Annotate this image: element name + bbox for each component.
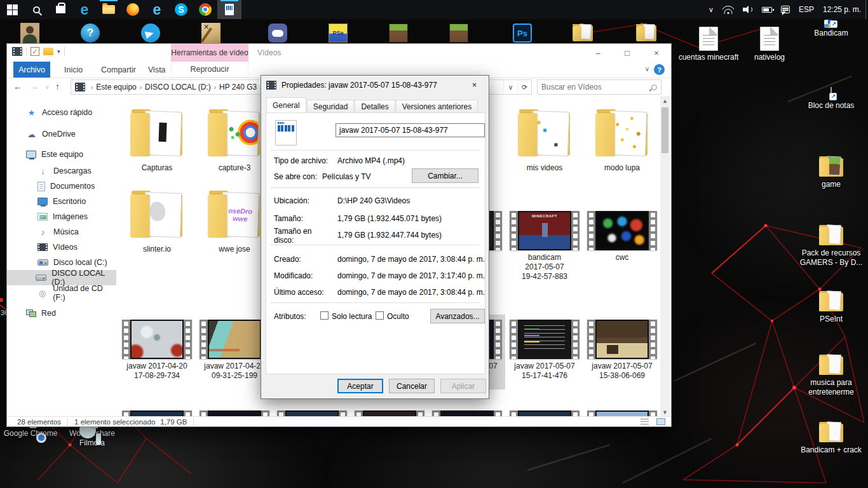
taskbar-explorer-button[interactable] (97, 0, 121, 19)
desktop-icon-cuentas-minecraft[interactable]: cuentas minecraft (674, 27, 743, 62)
desktop-icon-bandicam-crack[interactable]: Bandicam + crack (796, 422, 866, 455)
desktop-icon-pseint[interactable]: PSe (327, 23, 349, 43)
sidebar-item-este-equipo[interactable]: Este equipo (7, 147, 116, 162)
sidebar-item-unidad-cd[interactable]: ◎Unidad de CD (F:) (7, 285, 116, 301)
customize-qat-icon[interactable]: ▾ (57, 48, 60, 55)
taskbar-ie-button[interactable]: e (145, 0, 169, 19)
search-input[interactable]: Buscar en Vídeos (537, 79, 661, 95)
taskbar-chrome-button[interactable] (193, 0, 217, 19)
sidebar-item-onedrive[interactable]: ☁OneDrive (7, 126, 116, 142)
vertical-scrollbar[interactable]: ▲ ▼ (660, 96, 670, 417)
tab-seguridad[interactable]: Seguridad (307, 100, 355, 112)
new-folder-quick-icon[interactable] (43, 48, 53, 55)
desktop-icon-user-picture[interactable] (19, 23, 41, 43)
tab-detalles[interactable]: Detalles (355, 100, 395, 112)
properties-quick-icon[interactable]: ✓ (31, 47, 39, 56)
tab-inicio[interactable]: Inicio (57, 62, 90, 78)
desktop-icon-musica[interactable]: musica para entretenerme (796, 355, 866, 397)
back-button[interactable]: ← (13, 81, 22, 92)
close-button[interactable]: × (642, 44, 671, 62)
video-tile-javaw-1517[interactable]: javaw 2017-05-07 15-17-41-476 (508, 320, 581, 381)
recent-locations-icon[interactable]: ∨ (45, 84, 50, 90)
video-tile-javaw-0420[interactable]: javaw 2017-04-20 17-08-29-734 (120, 320, 194, 381)
desktop-icon-wondershare-filmora[interactable]: ↗ Wondershare Filmora (57, 427, 127, 448)
video-tile-cwc[interactable]: cwc (585, 211, 659, 262)
show-desktop-button[interactable] (865, 0, 868, 19)
minimize-button[interactable]: – (583, 44, 613, 62)
taskbar-skype-button[interactable]: S (169, 0, 193, 19)
video-tile-javaw-1538[interactable]: javaw 2017-05-07 15-38-06-069 (585, 320, 659, 381)
taskbar-search-button[interactable] (24, 0, 48, 19)
taskbar-store-button[interactable] (48, 0, 72, 19)
desktop-icon-folder-2[interactable] (635, 23, 657, 43)
tab-reproducir[interactable]: Reproducir (171, 62, 248, 78)
apply-button[interactable]: Aplicar (440, 379, 486, 393)
desktop-icon-help[interactable]: ? (79, 23, 101, 43)
action-center-icon[interactable] (776, 0, 794, 19)
help-icon[interactable]: ? (654, 64, 665, 75)
tab-general[interactable]: General (266, 97, 306, 112)
folder-tile-capturas[interactable]: Capturas (120, 109, 194, 173)
taskbar-firefox-button[interactable] (121, 0, 145, 19)
desktop-icon-paint[interactable] (200, 23, 222, 43)
sidebar-item-disco-local-c[interactable]: Disco local (C:) (7, 255, 116, 270)
tray-overflow-icon[interactable]: ∨ (704, 0, 718, 19)
desktop-icon-bandicam[interactable]: ↗ Bandicam (796, 27, 866, 38)
accept-button[interactable]: Aceptar (337, 379, 383, 393)
sidebar-item-escritorio[interactable]: Escritorio (7, 194, 116, 209)
expand-ribbon-icon[interactable]: ∨ (645, 65, 649, 72)
desktop-icon-discord[interactable] (267, 23, 288, 43)
breadcrumb-hp-240-g3[interactable]: HP 240 G3 (219, 83, 257, 92)
breadcrumb-disco-local-d[interactable]: DISCO LOCAL (D:) (145, 83, 211, 92)
desktop-icon-minecraft-2[interactable] (448, 23, 470, 43)
volume-icon[interactable] (738, 0, 757, 19)
language-indicator[interactable]: ESP (794, 0, 818, 19)
up-button[interactable]: ↑ (55, 81, 60, 92)
large-icons-view-button[interactable] (654, 417, 667, 426)
sidebar-item-musica[interactable]: ♪Música (7, 224, 116, 240)
battery-icon[interactable] (757, 0, 776, 19)
desktop-icon-pseint-folder[interactable]: PSeInt (796, 291, 866, 324)
cancel-button[interactable]: Cancelar (389, 379, 435, 393)
desktop-icon-pack-de-recursos[interactable]: Pack de recursos GAMERS - By D... (796, 225, 866, 268)
desktop-icon-telegram[interactable] (140, 23, 161, 43)
dialog-titlebar[interactable]: Propiedades: javaw 2017-05-07 15-08-43-9… (261, 76, 489, 95)
readonly-checkbox[interactable] (320, 311, 329, 320)
tab-versiones-anteriores[interactable]: Versiones anteriores (396, 100, 478, 112)
dialog-close-icon[interactable]: × (460, 76, 489, 94)
sidebar-item-imagenes[interactable]: Imágenes (7, 209, 116, 224)
filename-input[interactable]: javaw 2017-05-07 15-08-43-977 (336, 123, 485, 137)
sidebar-item-acceso-rapido[interactable]: ★Acceso rápido (7, 105, 116, 120)
start-button[interactable] (0, 0, 24, 19)
maximize-button[interactable]: □ (613, 44, 642, 62)
desktop-icon-minecraft[interactable] (388, 23, 409, 43)
sidebar-item-documentos[interactable]: Documentos (7, 179, 116, 194)
sidebar-item-disco-local-d[interactable]: DISCO LOCAL (D:) (7, 270, 116, 285)
forward-button[interactable]: → (30, 81, 39, 92)
folder-tile-modo-lupa[interactable]: modo lupa (585, 109, 659, 173)
taskbar-movies-tv-button[interactable] (217, 0, 241, 19)
breadcrumb-este-equipo[interactable]: Este equipo (96, 83, 136, 92)
refresh-icon[interactable]: ⟳ (517, 80, 531, 94)
folder-tile-slinter-io[interactable]: slinter.io (120, 190, 194, 254)
window-titlebar[interactable]: ✓ ▾ Herramientas de vídeo Vídeos – □ × (7, 44, 671, 62)
tab-vista[interactable]: Vista (140, 62, 173, 78)
wifi-icon[interactable] (718, 0, 738, 19)
sidebar-item-red[interactable]: Red (7, 306, 116, 321)
details-view-button[interactable] (638, 417, 651, 426)
video-tile-bandicam[interactable]: MINECRAFT bandicam 2017-05-07 19-42-57-8… (508, 211, 581, 281)
taskbar-edge-button[interactable]: e (72, 0, 97, 19)
advanced-button[interactable]: Avanzados... (430, 309, 485, 323)
search-icon[interactable] (651, 85, 657, 90)
tab-archivo[interactable]: Archivo (13, 62, 50, 78)
desktop-icon-folder[interactable] (572, 23, 593, 43)
sidebar-item-descargas[interactable]: ↓Descargas (7, 163, 116, 179)
desktop-icon-game[interactable]: game (796, 156, 866, 189)
folder-tile-mis-videos[interactable]: mis videos (508, 109, 581, 173)
address-dropdown-icon[interactable]: ∨ (503, 80, 517, 94)
scroll-up-icon[interactable]: ▲ (660, 96, 670, 106)
tab-compartir[interactable]: Compartir (93, 62, 144, 78)
sidebar-item-videos[interactable]: Vídeos (7, 240, 116, 255)
hidden-checkbox[interactable] (376, 311, 384, 320)
desktop-icon-google-chrome[interactable]: ↗ Google Chrome (0, 427, 65, 438)
